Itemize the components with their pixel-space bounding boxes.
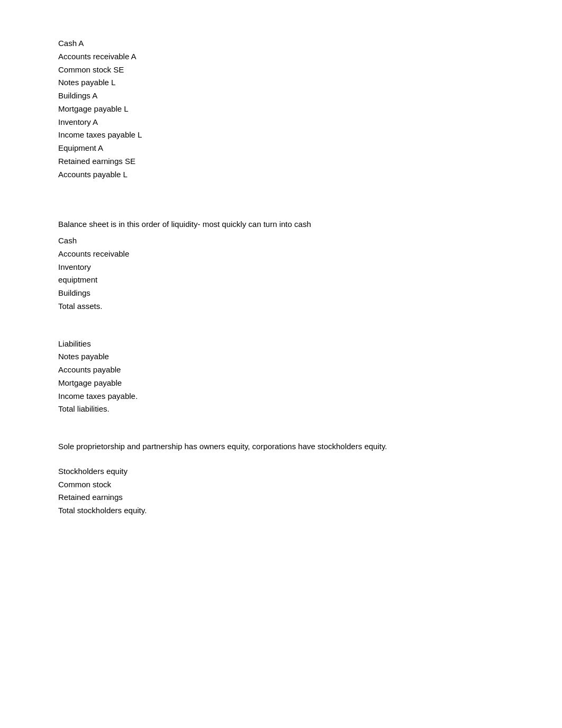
equity-item: Total stockholders equity. — [58, 504, 562, 517]
account-classification-list: Cash A Accounts receivable A Common stoc… — [58, 37, 562, 181]
list-item: Accounts payable L — [58, 168, 562, 181]
balance-sheet-intro: Balance sheet is in this order of liquid… — [58, 218, 562, 231]
asset-item: Cash — [58, 234, 562, 248]
liabilities-header: Liabilities — [58, 338, 562, 351]
liabilities-section: Liabilities Notes payable Accounts payab… — [58, 338, 562, 416]
equity-note: Sole proprietorship and partnership has … — [58, 440, 562, 453]
list-item: Buildings A — [58, 89, 562, 103]
list-item: Equipment A — [58, 142, 562, 155]
list-item: Notes payable L — [58, 76, 562, 89]
list-item: Retained earnings SE — [58, 155, 562, 168]
liability-item: Income taxes payable. — [58, 390, 562, 403]
list-item: Mortgage payable L — [58, 103, 562, 116]
page-content: Cash A Accounts receivable A Common stoc… — [0, 0, 562, 517]
spacer4 — [58, 457, 562, 465]
asset-item: Accounts receivable — [58, 248, 562, 261]
asset-item: Buildings — [58, 287, 562, 300]
asset-item: Inventory — [58, 261, 562, 274]
asset-item: Total assets. — [58, 300, 562, 313]
list-item: Accounts receivable A — [58, 50, 562, 63]
spacer2 — [58, 329, 562, 338]
liability-item: Accounts payable — [58, 363, 562, 377]
list-item: Common stock SE — [58, 63, 562, 77]
spacer1 — [58, 197, 562, 218]
liability-item: Mortgage payable — [58, 377, 562, 390]
list-item: Cash A — [58, 37, 562, 50]
asset-item: equiptment — [58, 274, 562, 287]
equity-header: Stockholders equity — [58, 465, 562, 478]
equity-item: Retained earnings — [58, 491, 562, 504]
equity-section: Stockholders equity Common stock Retaine… — [58, 465, 562, 517]
list-item: Income taxes payable L — [58, 129, 562, 142]
balance-sheet-section: Balance sheet is in this order of liquid… — [58, 218, 562, 313]
spacer3 — [58, 432, 562, 440]
list-item: Inventory A — [58, 116, 562, 129]
liability-item: Total liabilities. — [58, 403, 562, 416]
liability-item: Notes payable — [58, 350, 562, 363]
equity-item: Common stock — [58, 478, 562, 492]
